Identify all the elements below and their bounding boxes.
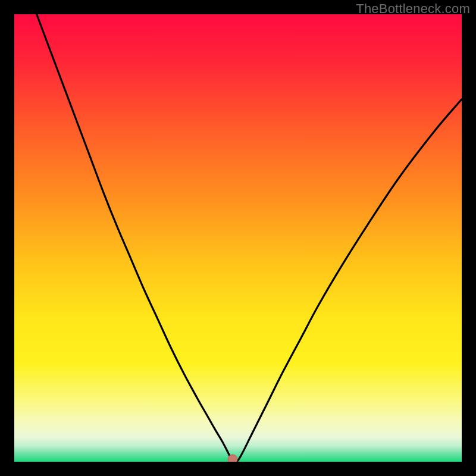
gradient-background [14, 14, 462, 462]
optimum-marker [228, 455, 237, 462]
watermark-text: TheBottleneck.com [356, 1, 470, 17]
chart-frame: TheBottleneck.com [0, 0, 476, 476]
bottleneck-chart [14, 14, 462, 462]
plot-area [14, 14, 462, 462]
